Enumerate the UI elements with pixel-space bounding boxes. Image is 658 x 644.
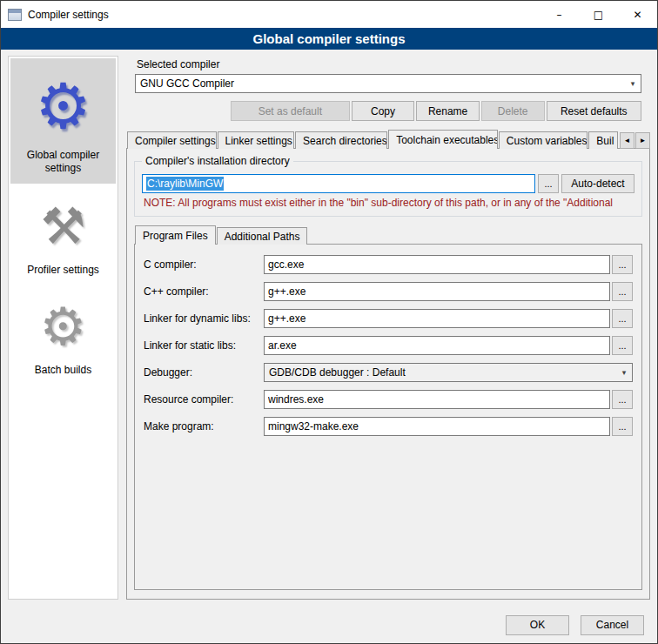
- gear-gray-icon: ⚙: [40, 296, 87, 359]
- cpp-compiler-input[interactable]: [264, 282, 610, 301]
- cancel-button[interactable]: Cancel: [581, 615, 644, 635]
- make-program-browse-button[interactable]: ...: [612, 417, 633, 436]
- dialog-footer: OK Cancel: [1, 607, 657, 643]
- tab-build-options-truncated[interactable]: Buil: [588, 131, 618, 149]
- c-compiler-label: C compiler:: [144, 258, 264, 271]
- debugger-dropdown[interactable]: GDB/CDB debugger : Default ▾: [264, 363, 633, 382]
- gear-blue-icon: ⚙: [35, 69, 91, 144]
- bin-subdirectory-note: NOTE: All programs must exist either in …: [144, 197, 634, 209]
- tab-scroll-left-icon[interactable]: ◄: [620, 132, 634, 149]
- program-files-tabstrip: Program Files Additional Paths: [134, 225, 642, 245]
- tab-toolchain-executables[interactable]: Toolchain executables: [388, 130, 498, 149]
- resource-compiler-browse-button[interactable]: ...: [612, 390, 633, 409]
- ok-button[interactable]: OK: [506, 615, 569, 635]
- installation-directory-groupbox: Compiler's installation directory C:\ray…: [134, 161, 642, 217]
- install-dir-input[interactable]: C:\raylib\MinGW: [142, 174, 535, 193]
- resource-compiler-input[interactable]: [264, 390, 610, 409]
- titlebar: Compiler settings – □ ✕: [1, 1, 657, 28]
- selected-compiler-section: Selected compiler GNU GCC Compiler ▾ Set…: [126, 56, 650, 130]
- selected-compiler-value: GNU GCC Compiler: [140, 77, 625, 90]
- tab-additional-paths[interactable]: Additional Paths: [217, 227, 308, 245]
- resource-compiler-label: Resource compiler:: [144, 393, 264, 406]
- c-compiler-input[interactable]: [264, 255, 610, 274]
- sidebar-item-label: Global compiler settings: [13, 149, 113, 175]
- installation-directory-row: C:\raylib\MinGW ... Auto-detect: [142, 174, 634, 193]
- chevron-down-icon: ▾: [625, 79, 641, 88]
- rename-button[interactable]: Rename: [416, 101, 480, 121]
- window-controls: – □ ✕: [540, 1, 657, 28]
- reset-defaults-button[interactable]: Reset defaults: [547, 101, 642, 121]
- sidebar-item-batch-builds[interactable]: ⚙ Batch builds: [10, 285, 116, 386]
- install-dir-browse-button[interactable]: ...: [538, 174, 559, 193]
- maximize-button[interactable]: □: [579, 1, 618, 28]
- debugger-label: Debugger:: [144, 366, 264, 379]
- make-program-row: Make program: ...: [144, 417, 633, 436]
- dynamic-linker-input[interactable]: [264, 309, 610, 328]
- dialog-body: ⚙ Global compiler settings ⚒ Profiler se…: [1, 50, 657, 607]
- set-as-default-button[interactable]: Set as default: [231, 101, 350, 121]
- hammer-icon: ⚒: [41, 194, 86, 258]
- sidebar-item-label: Batch builds: [35, 364, 91, 377]
- make-program-label: Make program:: [144, 420, 264, 433]
- static-linker-label: Linker for static libs:: [144, 339, 264, 352]
- dynamic-linker-browse-button[interactable]: ...: [612, 309, 633, 328]
- resource-compiler-row: Resource compiler: ...: [144, 390, 633, 409]
- minimize-button[interactable]: –: [540, 1, 579, 28]
- compiler-settings-window: Compiler settings – □ ✕ Global compiler …: [0, 0, 658, 644]
- c-compiler-row: C compiler: ...: [144, 255, 633, 274]
- selected-compiler-label: Selected compiler: [137, 58, 641, 70]
- chevron-down-icon: ▾: [616, 368, 632, 377]
- main-panel: Selected compiler GNU GCC Compiler ▾ Set…: [126, 56, 650, 600]
- close-button[interactable]: ✕: [618, 1, 657, 28]
- cpp-compiler-label: C++ compiler:: [144, 285, 264, 298]
- compiler-actions: Set as default Copy Rename Delete Reset …: [135, 101, 641, 121]
- delete-button[interactable]: Delete: [481, 101, 545, 121]
- selected-compiler-dropdown[interactable]: GNU GCC Compiler ▾: [135, 74, 641, 93]
- sidebar-item-label: Profiler settings: [27, 264, 99, 277]
- dialog-banner: Global compiler settings: [1, 28, 657, 50]
- tab-program-files[interactable]: Program Files: [135, 225, 216, 245]
- dynamic-linker-row: Linker for dynamic libs: ...: [144, 309, 633, 328]
- autodetect-button[interactable]: Auto-detect: [561, 174, 634, 193]
- tab-scroll-right-icon[interactable]: ►: [635, 132, 650, 149]
- settings-category-sidebar: ⚙ Global compiler settings ⚒ Profiler se…: [8, 56, 118, 600]
- settings-tabstrip: Compiler settings Linker settings Search…: [126, 130, 650, 149]
- debugger-row: Debugger: GDB/CDB debugger : Default ▾: [144, 363, 633, 382]
- install-dir-value: C:\raylib\MinGW: [146, 177, 224, 191]
- c-compiler-browse-button[interactable]: ...: [612, 255, 633, 274]
- installation-directory-label: Compiler's installation directory: [142, 155, 293, 167]
- program-files-panel: C compiler: ... C++ compiler: ... Linker…: [134, 244, 642, 590]
- static-linker-input[interactable]: [264, 336, 610, 355]
- dynamic-linker-label: Linker for dynamic libs:: [144, 312, 264, 325]
- sidebar-item-global-compiler-settings[interactable]: ⚙ Global compiler settings: [10, 58, 116, 184]
- tab-search-directories[interactable]: Search directories: [295, 131, 387, 149]
- debugger-value: GDB/CDB debugger : Default: [269, 366, 616, 379]
- static-linker-browse-button[interactable]: ...: [612, 336, 633, 355]
- static-linker-row: Linker for static libs: ...: [144, 336, 633, 355]
- window-title: Compiler settings: [28, 9, 540, 21]
- cpp-compiler-browse-button[interactable]: ...: [612, 282, 633, 301]
- make-program-input[interactable]: [264, 417, 610, 436]
- copy-button[interactable]: Copy: [352, 101, 415, 121]
- sidebar-item-profiler-settings[interactable]: ⚒ Profiler settings: [10, 184, 116, 285]
- tab-compiler-settings[interactable]: Compiler settings: [127, 131, 217, 149]
- cpp-compiler-row: C++ compiler: ...: [144, 282, 633, 301]
- tab-custom-variables[interactable]: Custom variables: [499, 131, 588, 149]
- tab-linker-settings[interactable]: Linker settings: [218, 131, 295, 149]
- toolchain-executables-panel: Compiler's installation directory C:\ray…: [126, 148, 650, 600]
- app-icon: [8, 9, 22, 21]
